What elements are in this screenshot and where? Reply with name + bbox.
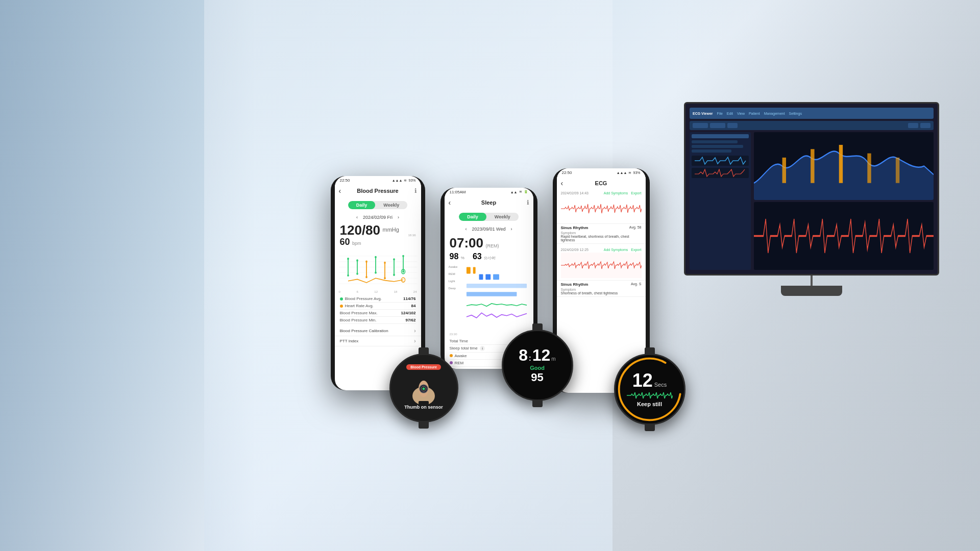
ecg-symptom-row-2: Symptom [561,288,642,291]
bp-calibration-label: Blood Pressure Calibration [340,329,388,333]
svg-point-24 [375,271,377,273]
bp-min-row: Blood Pressure Min. 97/62 [340,317,416,324]
bp-max-label: Blood Pressure Max. [340,311,378,315]
sleep-info-icon[interactable]: ℹ [480,346,485,351]
bp-battery: 93% [408,179,415,182]
bp-ptt-label: PTT Index [340,339,359,343]
sleep-prev-date[interactable]: ‹ [465,227,467,232]
sleep-time-unit: (REM) [485,243,499,248]
sleep-awake-dot [450,354,453,357]
sleep-tab-weekly[interactable]: Weekly [486,213,519,221]
ecg-symptom-val-1: Rapid heartbeat, shortness of breath, ch… [561,235,642,242]
signal-icon: ▲▲▲ [392,179,403,182]
svg-rect-48 [466,292,516,296]
sleep-rem-label: REM [450,361,464,365]
svg-point-33 [402,270,404,272]
ecg-entry2-actions: Add Symptoms Export [604,248,642,252]
sleep-signal-icon: ▲▲ [510,190,518,194]
bp-ptt-arrow: › [414,338,415,344]
svg-point-40 [422,388,425,390]
sleep-spo2: 98 % [450,252,464,261]
ecg-entry-1: 2024/02/09 14:43 Add Symptoms Export [557,189,646,224]
ecg-entry1-add[interactable]: Add Symptoms [604,191,628,195]
sleep-hr: 63 分/小时 [473,252,496,261]
ecg-entry2-meta: 2024/02/09 12:25 Add Symptoms Export [561,248,642,252]
ecg-back-button[interactable]: ‹ [561,179,564,187]
thumb-sensor-icon [407,374,440,408]
wifi-icon: ≋ [404,179,407,183]
bp-prev-date[interactable]: ‹ [356,215,358,220]
bp-min-label: Blood Pressure Min. [340,318,377,322]
svg-point-15 [347,274,349,277]
bp-unit: mmHg [382,227,399,233]
bp-hr-row: Heart Rate Avg. 84 [340,303,416,310]
bp-hr-unit: bpm [352,241,361,246]
bp-hr-label: Heart Rate Avg. [340,304,374,308]
ecg-entry2-add[interactable]: Add Symptoms [604,248,628,252]
sleep-vitals: 98 % 63 分/小时 [445,251,533,262]
bp-tab-daily[interactable]: Daily [348,201,376,209]
watch-sleep-quality: Good [530,365,545,371]
bp-time: 22:50 [340,178,350,183]
sleep-wifi-icon: ≋ [519,190,522,194]
ecg-signal-icon: ▲▲▲ [617,171,627,174]
svg-point-17 [356,259,358,261]
bp-status-icons: ▲▲▲ ≋ 93% [392,179,416,183]
svg-point-30 [393,274,395,276]
bp-toggle-tabs: Daily Weekly [348,201,407,209]
svg-point-23 [375,256,377,258]
sleep-total-time-label: Total Time [450,339,468,343]
sleep-battery: 🔋 [524,190,528,194]
ecg-avg-2: Avg. S [631,282,642,286]
ecg-wifi-icon: ≋ [628,171,631,175]
svg-rect-46 [493,274,499,280]
bp-min-value: 97/62 [405,318,415,322]
ecg-entry1-export[interactable]: Export [631,191,641,195]
sleep-phone-wrapper: 11:05AM ▲▲ ≋ 🔋 ‹ Sleep ℹ Daily [440,184,537,373]
svg-point-51 [619,359,680,420]
sleep-time-value: 07:00 [450,235,484,251]
bp-calibration-row[interactable]: Blood Pressure Calibration › [335,326,421,336]
bp-ptt-row[interactable]: PTT Index › [335,336,421,346]
sleep-info-button[interactable]: ℹ [527,199,529,206]
sleep-back-button[interactable]: ‹ [449,198,451,207]
sleep-status-icons: ▲▲ ≋ 🔋 [510,190,528,194]
ecg-entry-2: 2024/02/09 12:25 Add Symptoms Export [557,246,646,281]
ecg-status-icons: ▲▲▲ ≋ 93% [617,171,641,175]
sleep-stage-labels: Awake REM Light Deep [449,264,458,290]
sleep-status-bar: 11:05AM ▲▲ ≋ 🔋 [445,188,533,196]
sleep-next-date[interactable]: › [510,227,512,232]
ecg-info-1: Sinus Rhythm Avg. 58 Symptom Rapid heart… [557,224,646,244]
watch-sleep-hours: 8 [519,346,528,365]
ecg-rhythm-row-2: Sinus Rhythm Avg. S [561,282,642,287]
ecg-entry2-time: 2024/02/09 12:25 [561,248,589,252]
ecg-symptom-row-1: Symptom [561,231,642,235]
watch-bp-label: Blood Pressure [406,364,441,370]
ecg-entry1-time: 2024/02/09 14:43 [561,191,589,195]
ecg-entry1-actions: Add Symptoms Export [604,191,642,195]
ecg-app-header: ‹ ECG [557,177,646,189]
bp-back-button[interactable]: ‹ [339,187,341,195]
sleep-rem-dot [450,361,453,364]
bp-avg-value: 114/76 [403,296,415,301]
svg-point-18 [356,272,358,274]
ecg-waveform-1 [561,196,642,221]
watch-sleep-score: 95 [531,371,543,384]
bp-max-row: Blood Pressure Max. 124/102 [340,310,416,317]
svg-point-14 [347,258,349,260]
sleep-time: 11:05AM [450,190,466,194]
svg-point-26 [384,262,386,264]
bp-tab-weekly[interactable]: Weekly [375,201,407,209]
bp-info-button[interactable]: ℹ [414,187,417,194]
svg-rect-42 [466,267,470,273]
watch-sleep-mins: 12 [532,346,551,365]
ecg-entry2-export[interactable]: Export [631,248,641,252]
ecg-progress-ring [616,355,684,423]
bp-phone-wrapper: 22:50 ▲▲▲ ≋ 93% ‹ Blood Pressure ℹ [331,172,425,394]
sleep-date-nav: ‹ 2023/09/01 Wed › [445,225,533,233]
watch-sleep: 8 : 12 m Good 95 [502,330,573,401]
sleep-tab-daily[interactable]: Daily [459,213,486,221]
bp-avg-dot [340,297,343,300]
bp-next-date[interactable]: › [398,215,399,220]
bp-app-header: ‹ Blood Pressure ℹ [335,185,421,197]
